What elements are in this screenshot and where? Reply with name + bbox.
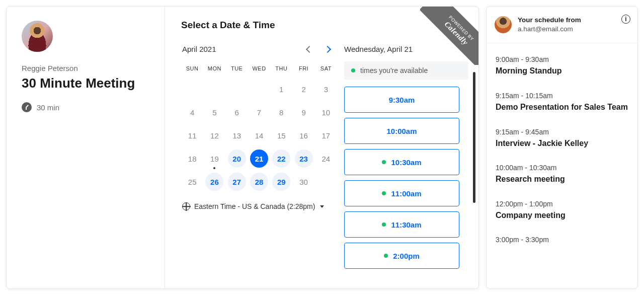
calendar-day — [226, 78, 248, 101]
calendar-day: 5 — [203, 101, 225, 124]
next-month-button[interactable] — [324, 45, 331, 52]
calendar-day[interactable]: 29 — [270, 170, 292, 193]
calendar-day — [203, 78, 225, 101]
slots-scrollbar[interactable] — [473, 72, 475, 203]
time-slot-label: 10:30am — [391, 158, 421, 167]
calendar-day: 11 — [181, 124, 203, 147]
availability-dot-icon — [382, 223, 386, 227]
calendar-day: 3 — [315, 78, 337, 101]
calendar-day[interactable]: 27 — [226, 170, 248, 193]
month-label: April 2021 — [182, 45, 216, 53]
event-title: Company meeting — [496, 210, 628, 221]
calendar-day: 25 — [181, 170, 203, 193]
calendar-day: 10 — [315, 101, 337, 124]
calendar-day[interactable]: 20 — [226, 147, 248, 170]
calendar-day: 16 — [292, 124, 314, 147]
globe-icon — [182, 202, 190, 210]
booking-card: Reggie Peterson 30 Minute Meeting 30 min… — [6, 6, 479, 289]
event-time: 9:15am - 10:15am — [496, 92, 628, 100]
user-avatar — [495, 16, 512, 33]
schedule-event: 12:00pm - 1:00pmCompany meeting — [496, 193, 628, 229]
time-slot[interactable]: 11:30am — [344, 211, 459, 238]
calendar-day: 4 — [181, 101, 203, 124]
time-slot-label: 9:30am — [389, 96, 415, 104]
time-slot-label: 2:00pm — [393, 252, 420, 260]
time-slot[interactable]: 11:00am — [344, 180, 459, 206]
meeting-title: 30 Minute Meeting — [22, 76, 149, 91]
time-slot[interactable]: 10:30am — [344, 149, 459, 175]
event-list: 9:00am - 9:30amMorning Standup9:15am - 1… — [487, 43, 637, 259]
schedule-event: 3:00pm - 3:30pm — [496, 229, 628, 254]
event-time: 9:00am - 9:30am — [496, 55, 628, 63]
availability-dot-icon — [382, 191, 386, 195]
weekday-label: SAT — [315, 65, 337, 71]
calendar-grid: 1234567891011121314151617181920212223242… — [181, 78, 337, 193]
chevron-down-icon — [320, 205, 324, 208]
calendar-day[interactable]: 22 — [270, 147, 292, 170]
weekday-label: FRI — [292, 65, 314, 71]
calendar-day: 13 — [226, 124, 248, 147]
info-icon[interactable]: i — [621, 15, 630, 24]
weekday-label: MON — [203, 65, 225, 71]
schedule-event: 9:15am - 10:15amDemo Presentation for Sa… — [496, 85, 628, 121]
time-slot[interactable]: 2:00pm — [344, 243, 459, 269]
schedule-event: 10:00am - 10:30amResearch meeting — [496, 157, 628, 193]
calendar-day: 30 — [292, 170, 314, 193]
availability-dot-icon — [351, 68, 355, 72]
time-slot-label: 11:30am — [391, 220, 421, 229]
calendar-day: 2 — [292, 78, 314, 101]
calendar-day: 19 — [203, 147, 225, 170]
calendar-day: 15 — [270, 124, 292, 147]
availability-dot-icon — [384, 254, 388, 258]
calendar-day: 8 — [270, 101, 292, 124]
time-slot[interactable]: 10:00am — [344, 118, 459, 144]
slot-list: 9:30am10:00am10:30am11:00am11:30am2:00pm — [344, 87, 468, 279]
event-time: 3:00pm - 3:30pm — [496, 236, 628, 244]
calendar-day: 7 — [248, 101, 270, 124]
calendar-day: 17 — [315, 124, 337, 147]
weekday-label: WED — [248, 65, 270, 71]
calendar-day: 1 — [270, 78, 292, 101]
calendar-day[interactable]: 21 — [248, 147, 270, 170]
time-slot[interactable]: 9:30am — [344, 87, 459, 113]
timezone-label: Eastern Time - US & Canada (2:28pm) — [194, 202, 315, 210]
calendar-day: 9 — [292, 101, 314, 124]
schedule-header-line1: Your schedule from — [518, 16, 581, 25]
weekday-label: THU — [270, 65, 292, 71]
calendar-day[interactable]: 23 — [292, 147, 314, 170]
event-title: Research meeting — [496, 174, 628, 185]
schedule-card: Your schedule from a.hart@email.com i 9:… — [486, 6, 638, 289]
host-avatar — [22, 21, 53, 52]
calendar-day — [315, 170, 337, 193]
calendar-day — [248, 78, 270, 101]
time-slot-label: 10:00am — [386, 127, 417, 135]
event-time: 9:15am - 9:45am — [496, 128, 628, 136]
meeting-duration: 30 min — [22, 102, 149, 112]
legend-text: times you're available — [360, 66, 428, 75]
event-title: Morning Standup — [496, 65, 628, 77]
calendar-day: 12 — [203, 124, 225, 147]
host-name: Reggie Peterson — [22, 64, 149, 72]
event-time: 12:00pm - 1:00pm — [496, 200, 628, 208]
clock-icon — [22, 102, 32, 112]
meeting-details-panel: Reggie Peterson 30 Minute Meeting 30 min — [7, 7, 165, 288]
timezone-selector[interactable]: Eastern Time - US & Canada (2:28pm) — [181, 202, 337, 210]
calendar-day — [181, 78, 203, 101]
schedule-event: 9:00am - 9:30amMorning Standup — [496, 48, 628, 85]
calendar-day: 6 — [226, 101, 248, 124]
schedule-event: 9:15am - 9:45amInterview - Jackie Kelley — [496, 121, 628, 157]
weekday-label: SUN — [181, 65, 203, 71]
schedule-header: Your schedule from a.hart@email.com i — [487, 7, 637, 43]
weekday-header: SUNMONTUEWEDTHUFRISAT — [181, 65, 337, 71]
weekday-label: TUE — [226, 65, 248, 71]
time-slots-column: Wednesday, April 21 times you're availab… — [337, 45, 468, 279]
event-title: Interview - Jackie Kelley — [496, 138, 628, 149]
prev-month-button[interactable] — [306, 45, 313, 52]
availability-dot-icon — [382, 160, 386, 164]
calendar-day: 14 — [248, 124, 270, 147]
calendar-column: April 2021 SUNMONTUEWEDTHUFRISAT 1234567… — [181, 45, 337, 279]
duration-label: 30 min — [37, 103, 59, 112]
calendar-day[interactable]: 28 — [248, 170, 270, 193]
powered-by-ribbon[interactable]: POWERED BY Calendly — [420, 6, 479, 65]
calendar-day[interactable]: 26 — [203, 170, 225, 193]
